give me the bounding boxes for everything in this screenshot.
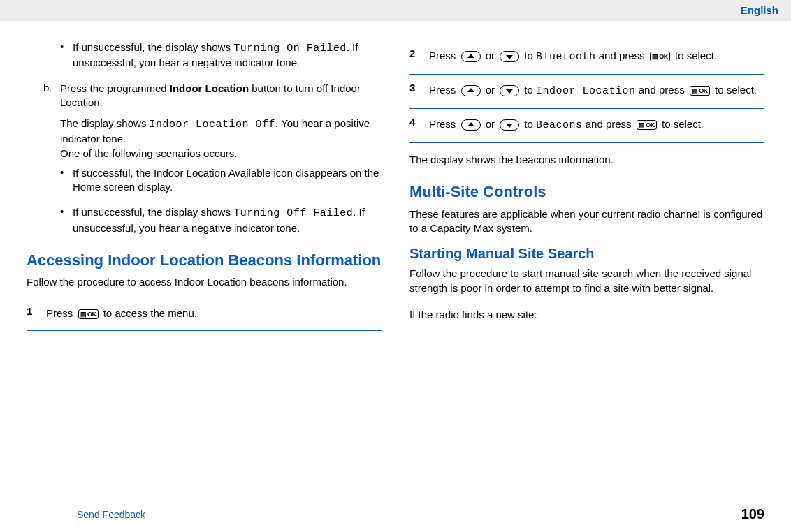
text: to [521, 118, 536, 130]
section-intro: These features are applicable when your … [409, 207, 764, 236]
text: to select. [672, 50, 717, 61]
ok-button-icon: ▤ OK [78, 309, 99, 319]
ok-button-icon: ▤ OK [650, 52, 670, 61]
mono-text: Indoor Location Off [150, 119, 276, 131]
step-number: 4 [409, 116, 429, 134]
page-content: • If unsuccessful, the display shows Tur… [0, 21, 791, 331]
section-heading: Multi-Site Controls [409, 182, 764, 202]
step-row: 3 Press or to Indoor Location and press … [409, 75, 764, 109]
down-button-icon [500, 85, 519, 96]
mono-text: Indoor Location [536, 85, 636, 97]
text: Press [429, 84, 459, 96]
mono-text: Beacons [536, 119, 583, 131]
bullet-item: • If unsuccessful, the display shows Tur… [27, 205, 382, 235]
step-row: 2 Press or to Bluetooth and press ▤ OK t… [409, 40, 764, 75]
section-heading: Accessing Indoor Location Beacons Inform… [27, 251, 382, 270]
bold-text: Indoor Location [170, 82, 249, 94]
right-column: 2 Press or to Bluetooth and press ▤ OK t… [409, 40, 764, 331]
text: to [521, 50, 536, 61]
bullet-text: If unsuccessful, the display shows Turni… [73, 205, 382, 235]
language-label: English [741, 4, 778, 16]
up-button-icon [461, 85, 481, 96]
text: Press [429, 118, 459, 130]
section-intro: Follow the procedure to access Indoor Lo… [27, 275, 382, 289]
step-number: 1 [27, 305, 46, 322]
text: The display shows [60, 117, 150, 129]
footer: Send Feedback 109 [0, 506, 791, 522]
text: to select. [659, 118, 704, 130]
step-row: 1 Press ▤ OK to access the menu. [27, 298, 382, 331]
text: Press [429, 50, 459, 61]
mono-text: Turning Off Failed [233, 207, 353, 219]
bullet-marker: • [60, 205, 73, 235]
step-body: Press or to Indoor Location and press ▤ … [429, 82, 764, 100]
bullet-text: If successful, the Indoor Location Avail… [73, 166, 382, 195]
ok-button-icon: ▤ OK [690, 86, 710, 96]
steps-block: 1 Press ▤ OK to access the menu. [27, 298, 382, 331]
text: and press [596, 50, 648, 61]
step-number: 3 [409, 82, 429, 100]
text: Press [46, 307, 76, 319]
paragraph: If the radio finds a new site: [409, 308, 764, 322]
text: to select. [712, 84, 757, 96]
text: to access the menu. [101, 307, 197, 319]
text: Press the programmed [60, 82, 170, 94]
text: If unsuccessful, the display shows [73, 41, 233, 53]
send-feedback-link[interactable]: Send Feedback [27, 509, 145, 520]
step-number: 2 [409, 47, 429, 66]
header-bar: English [0, 0, 791, 21]
text: or [483, 84, 498, 96]
bullet-text: If unsuccessful, the display shows Turni… [73, 40, 382, 71]
bullet-item: • If unsuccessful, the display shows Tur… [27, 40, 382, 71]
paragraph: The display shows Indoor Location Off. Y… [27, 117, 382, 161]
text: and press [583, 118, 634, 130]
subsection-intro: Follow the procedure to start manual sit… [409, 267, 764, 295]
bullet-marker: • [60, 40, 73, 71]
up-button-icon [461, 119, 481, 131]
step-body: Press ▤ OK to access the menu. [46, 305, 382, 322]
text: or [483, 118, 498, 130]
text: One of the following scenarios occurs. [60, 147, 237, 159]
ok-button-icon: ▤ OK [637, 120, 657, 130]
lettered-step: b. Press the programmed Indoor Location … [27, 82, 382, 110]
up-button-icon [461, 51, 481, 62]
bullet-marker: • [60, 166, 73, 195]
subsection-heading: Starting Manual Site Search [409, 245, 764, 263]
left-column: • If unsuccessful, the display shows Tur… [27, 40, 382, 331]
mono-text: Bluetooth [536, 51, 596, 63]
mono-text: Turning On Failed [233, 43, 347, 54]
step-letter: b. [43, 82, 60, 110]
steps-block: 2 Press or to Bluetooth and press ▤ OK t… [409, 40, 764, 143]
text: to [521, 84, 536, 96]
down-button-icon [500, 119, 519, 131]
step-body: Press or to Beacons and press ▤ OK to se… [429, 116, 764, 134]
step-row: 4 Press or to Beacons and press ▤ OK to … [409, 109, 764, 143]
down-button-icon [500, 51, 519, 62]
step-body: Press or to Bluetooth and press ▤ OK to … [429, 47, 764, 66]
text: and press [636, 84, 688, 96]
page-number: 109 [741, 506, 764, 522]
bullet-item: • If successful, the Indoor Location Ava… [27, 166, 382, 195]
paragraph: The display shows the beacons informatio… [409, 153, 764, 167]
step-body: Press the programmed Indoor Location but… [60, 82, 382, 110]
text: or [483, 50, 498, 61]
text: If unsuccessful, the display shows [73, 206, 233, 218]
